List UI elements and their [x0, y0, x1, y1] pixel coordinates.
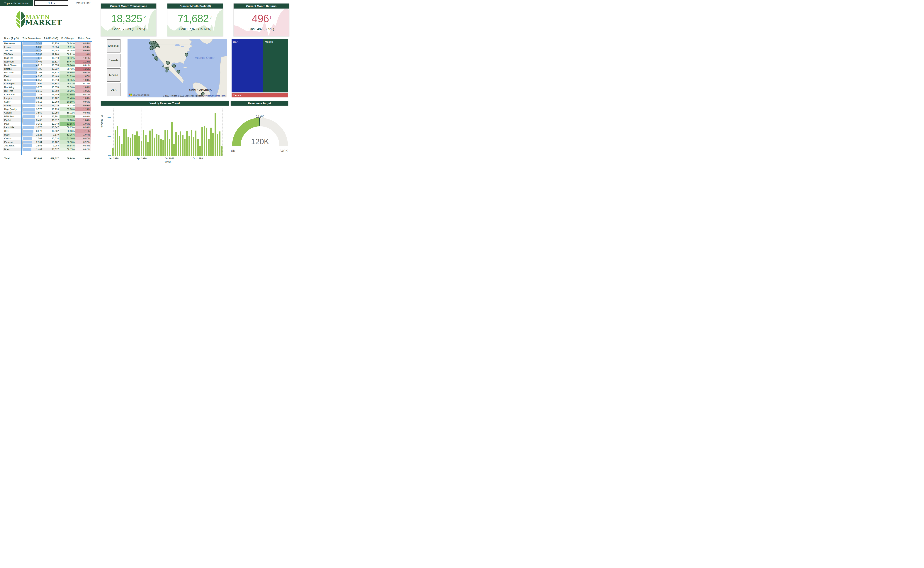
sort-descending-icon[interactable]: ▼ — [23, 39, 24, 41]
table-row[interactable]: Red Wing3,87015,87059.36%1.06% — [3, 85, 92, 89]
store-bubble[interactable] — [177, 70, 180, 73]
weekly-revenue-bar[interactable] — [208, 139, 210, 156]
table-row[interactable]: Hermanos5,34221,75358.64%0.95% — [3, 42, 92, 45]
weekly-revenue-bar[interactable] — [193, 137, 194, 156]
table-row[interactable]: Bravo2,48411,02759.15%0.82% — [3, 148, 92, 151]
weekly-revenue-bar[interactable] — [147, 142, 149, 156]
weekly-revenue-bar[interactable] — [188, 136, 190, 156]
table-row[interactable]: Plato3,35212,74863.55%1.06% — [3, 122, 92, 126]
table-row[interactable]: Pleasant2,56410,18760.18%0.92% — [3, 140, 92, 144]
weekly-revenue-bar[interactable] — [167, 130, 168, 156]
weekly-revenue-bar[interactable] — [125, 129, 127, 156]
table-row[interactable]: Sunset3,95314,01860.45%1.03% — [3, 78, 92, 82]
weekly-revenue-bar[interactable] — [164, 130, 166, 156]
treemap-mexico-tile[interactable]: Mexico — [263, 39, 288, 92]
table-row[interactable]: CDR3,07812,06258.98%1.11% — [3, 129, 92, 133]
store-locations-map[interactable]: Atlantic Ocean SOUTH AMERICA Microsoft B… — [128, 39, 227, 97]
store-bubble[interactable] — [152, 54, 154, 56]
slicer-select-all-button[interactable]: Select all — [107, 39, 121, 53]
weekly-revenue-bar[interactable] — [184, 139, 185, 156]
weekly-revenue-bar[interactable] — [117, 126, 118, 156]
slicer-mexico-button[interactable]: Mexico — [107, 68, 121, 82]
weekly-revenue-bar[interactable] — [199, 146, 201, 156]
weekly-revenue-bar[interactable] — [173, 144, 175, 156]
table-row[interactable]: Cormorant3,74415,74961.60%0.87% — [3, 93, 92, 97]
weekly-revenue-bar[interactable] — [217, 134, 218, 156]
store-bubble[interactable] — [150, 46, 154, 50]
table-row[interactable]: Big Time3,81615,56060.20%1.05% — [3, 89, 92, 93]
weekly-revenue-bar[interactable] — [195, 130, 196, 156]
slicer-canada-button[interactable]: Canada — [107, 54, 121, 67]
weekly-revenue-bar[interactable] — [201, 127, 203, 156]
col-header-transactions[interactable]: Total Transactions — [23, 37, 41, 39]
weekly-revenue-bar[interactable] — [219, 131, 220, 156]
weekly-revenue-bar[interactable] — [130, 137, 131, 156]
weekly-revenue-bar[interactable] — [121, 144, 122, 156]
store-bubble[interactable] — [163, 66, 164, 67]
table-row[interactable]: Tell Tale5,11219,98258.05%0.99% — [3, 49, 92, 53]
table-row[interactable]: High Quality3,57716,13959.98%1.13% — [3, 107, 92, 111]
store-bubble[interactable] — [166, 61, 170, 65]
store-bubble[interactable] — [158, 46, 160, 47]
table-row[interactable]: Golden3,55013,25658.72%0.88% — [3, 111, 92, 115]
store-bubble[interactable] — [155, 58, 158, 60]
table-row[interactable]: Fort West4,10815,83459.80%0.97% — [3, 71, 92, 74]
col-header-brand[interactable]: Brand (Top 30) — [4, 37, 20, 39]
weekly-revenue-bar[interactable] — [191, 130, 192, 156]
weekly-revenue-bar[interactable] — [203, 126, 205, 156]
weekly-revenue-bar[interactable] — [134, 135, 136, 156]
store-bubble[interactable] — [172, 64, 176, 68]
table-row[interactable]: Carlson2,56410,53461.20%0.97% — [3, 137, 92, 140]
table-row[interactable]: Better2,8239,17961.15%1.07% — [3, 133, 92, 137]
weekly-revenue-bar[interactable] — [143, 130, 144, 156]
treemap-usa-tile[interactable]: USA — [232, 39, 263, 92]
table-row[interactable]: High Top4,94019,81060.42%1.01% — [3, 56, 92, 60]
weekly-revenue-bar[interactable] — [206, 128, 207, 156]
col-header-return-rate[interactable]: Return Rate — [78, 37, 90, 39]
table-row[interactable]: PigTail3,46711,61760.68%1.04% — [3, 118, 92, 122]
weekly-revenue-bar[interactable] — [139, 136, 140, 156]
tab-notes[interactable]: Notes — [35, 0, 68, 6]
weekly-revenue-bar[interactable] — [182, 135, 184, 156]
weekly-revenue-bar[interactable] — [160, 139, 162, 156]
table-row[interactable]: Nationeel4,40818,61760.44%1.18% — [3, 60, 92, 63]
table-row[interactable]: Ebony5,23820,35459.81%0.96% — [3, 45, 92, 49]
weekly-revenue-bar[interactable] — [136, 131, 138, 156]
weekly-revenue-bar[interactable] — [158, 135, 160, 156]
weekly-revenue-bar[interactable] — [154, 137, 155, 156]
weekly-revenue-bar[interactable] — [132, 134, 133, 156]
weekly-revenue-bar-chart[interactable] — [112, 108, 223, 156]
weekly-revenue-bar[interactable] — [112, 148, 114, 156]
weekly-revenue-bar[interactable] — [115, 130, 116, 156]
store-bubble[interactable] — [166, 67, 169, 70]
weekly-revenue-bar[interactable] — [171, 122, 173, 156]
store-bubble[interactable] — [166, 70, 168, 72]
weekly-revenue-bar[interactable] — [214, 113, 216, 156]
terms-link[interactable]: Terms — [221, 95, 226, 97]
weekly-revenue-bar[interactable] — [178, 135, 179, 156]
weekly-revenue-bar[interactable] — [123, 129, 125, 156]
table-row[interactable]: Best Choice4,21818,35560.64%0.81% — [3, 63, 92, 67]
col-header-profit[interactable]: Total Profit ($) — [44, 37, 58, 39]
weekly-revenue-bar[interactable] — [210, 128, 212, 156]
table-row[interactable]: Imagine3,63415,10261.40%1.06% — [3, 96, 92, 100]
weekly-revenue-bar[interactable] — [152, 129, 153, 156]
weekly-revenue-bar[interactable] — [186, 131, 188, 156]
table-row[interactable]: Denny3,58416,01558.02%0.99% — [3, 104, 92, 107]
table-row[interactable]: BBB Best3,51412,99162.12%0.80% — [3, 115, 92, 118]
weekly-revenue-bar[interactable] — [149, 130, 151, 156]
weekly-revenue-bar[interactable] — [213, 133, 214, 156]
tab-topline-performance[interactable]: Topline Performance — [0, 0, 33, 6]
table-row[interactable]: Horatio4,19517,73758.42%1.26% — [3, 67, 92, 71]
weekly-revenue-bar[interactable] — [145, 135, 146, 156]
weekly-revenue-bar[interactable] — [163, 140, 164, 156]
table-row[interactable]: Super3,61813,86860.59%0.96% — [3, 100, 92, 104]
weekly-revenue-bar[interactable] — [175, 132, 177, 156]
treemap-canada-tile[interactable]: Canada — [232, 93, 288, 97]
table-row[interactable]: Landslide3,27010,64758.65%0.98% — [3, 126, 92, 130]
table-row[interactable]: Fast4,09716,46961.03%1.07% — [3, 74, 92, 78]
store-bubble[interactable] — [185, 53, 188, 56]
weekly-revenue-bar[interactable] — [128, 137, 129, 156]
col-header-margin[interactable]: Profit Margin — [61, 37, 74, 39]
weekly-revenue-bar[interactable] — [156, 134, 157, 156]
